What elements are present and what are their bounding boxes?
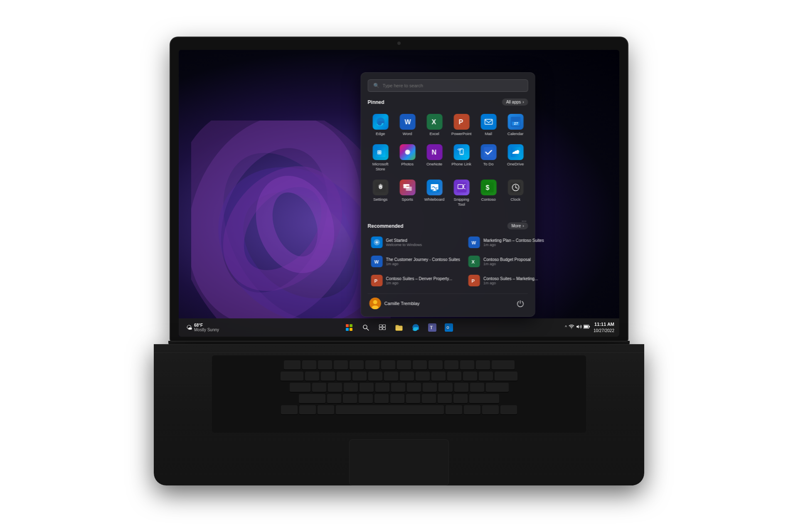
calendar-label: Calendar bbox=[507, 131, 524, 136]
start-button[interactable] bbox=[342, 320, 357, 335]
app-excel[interactable]: X Excel bbox=[422, 111, 447, 139]
svg-rect-66 bbox=[383, 325, 386, 327]
file-explorer-button[interactable] bbox=[392, 320, 406, 335]
clock-label: Clock bbox=[510, 197, 520, 202]
laptop: 🔍 Pinned All apps › bbox=[154, 37, 644, 495]
word-icon: W bbox=[399, 114, 415, 130]
journey-text: The Customer Journey - Contoso Suites 1m… bbox=[386, 257, 460, 266]
denver-time: 1m ago bbox=[386, 281, 460, 285]
task-view-button[interactable] bbox=[375, 320, 390, 335]
search-input[interactable] bbox=[383, 83, 523, 88]
app-settings[interactable]: Settings bbox=[368, 176, 393, 210]
app-calendar[interactable]: 27 Calendar bbox=[503, 111, 528, 139]
app-powerpoint[interactable]: P PowerPoint bbox=[449, 111, 474, 139]
svg-text:P: P bbox=[374, 278, 378, 283]
rec-item-denver[interactable]: P Contoso Suites – Denver Property... 1m… bbox=[368, 272, 463, 289]
phonelink-icon bbox=[453, 144, 469, 160]
svg-text:$: $ bbox=[485, 184, 489, 191]
app-phonelink[interactable]: Phone Link bbox=[449, 141, 474, 175]
search-bar[interactable]: 🔍 bbox=[368, 79, 528, 92]
clock-time: 11:11 AM bbox=[594, 321, 614, 328]
avatar bbox=[369, 298, 381, 309]
budget-text: Contoso Budget Proposal 1m ago bbox=[483, 257, 544, 266]
onedrive-label: OneDrive bbox=[507, 162, 524, 166]
all-apps-button[interactable]: All apps › bbox=[502, 99, 528, 106]
taskbar-center: T O bbox=[342, 320, 456, 335]
app-sports[interactable]: Sports bbox=[395, 176, 420, 210]
svg-rect-67 bbox=[379, 328, 382, 330]
teams-button[interactable]: T bbox=[425, 320, 440, 335]
more-button[interactable]: More › bbox=[507, 222, 528, 229]
svg-point-25 bbox=[461, 153, 462, 154]
marketing-text: Marketing Plan – Contoso Suites 1m ago bbox=[483, 238, 544, 247]
store-icon: ⊞ bbox=[372, 144, 388, 160]
mktg2-icon: P bbox=[468, 275, 480, 286]
onenote-label: OneNote bbox=[426, 162, 442, 166]
denver-title: Contoso Suites – Denver Property... bbox=[386, 276, 460, 281]
edge-label: Edge bbox=[376, 131, 385, 136]
app-word[interactable]: W Word bbox=[395, 111, 420, 139]
app-todo[interactable]: To Do bbox=[476, 141, 501, 175]
weather-widget[interactable]: 🌤 68°F Mostly Sunny bbox=[184, 322, 222, 333]
budget-title: Contoso Budget Proposal bbox=[483, 257, 544, 262]
weather-temp: 68°F bbox=[194, 323, 219, 328]
svg-point-42 bbox=[462, 186, 464, 187]
app-store[interactable]: ⊞ Microsoft Store bbox=[368, 141, 393, 175]
taskbar-right: ^ bbox=[565, 321, 614, 333]
contoso-icon: $ bbox=[480, 180, 496, 195]
app-onedrive[interactable]: OneDrive bbox=[503, 141, 528, 175]
app-edge[interactable]: Edge bbox=[368, 111, 393, 139]
app-photos[interactable]: Photos bbox=[395, 141, 420, 175]
recommended-title: Recommended bbox=[368, 223, 404, 229]
taskbar-left: 🌤 68°F Mostly Sunny bbox=[184, 322, 222, 333]
settings-label: Settings bbox=[373, 197, 387, 202]
app-clock[interactable]: Clock bbox=[503, 176, 528, 210]
rec-item-budget[interactable]: X Contoso Budget Proposal 1m ago bbox=[465, 253, 547, 270]
svg-text:W: W bbox=[374, 259, 379, 264]
svg-rect-37 bbox=[432, 190, 436, 191]
app-onenote[interactable]: N OneNote bbox=[422, 141, 447, 175]
tray-expand-icon[interactable]: ^ bbox=[565, 325, 567, 330]
user-bar: Camille Tremblay bbox=[368, 293, 528, 310]
rec-item-getstarted[interactable]: Get Started Welcome to Windows bbox=[368, 234, 463, 251]
svg-rect-32 bbox=[406, 187, 411, 191]
svg-text:O: O bbox=[446, 325, 449, 330]
settings-icon bbox=[372, 180, 388, 195]
app-contoso[interactable]: $ Contoso bbox=[476, 176, 501, 210]
journey-icon: W bbox=[371, 256, 383, 267]
svg-rect-35 bbox=[431, 184, 438, 190]
system-icons[interactable]: ^ bbox=[565, 324, 590, 331]
power-button[interactable] bbox=[514, 297, 527, 310]
clock-display[interactable]: 11:11 AM 10/27/2022 bbox=[594, 321, 614, 333]
battery-icon bbox=[584, 324, 590, 330]
touchpad[interactable] bbox=[349, 439, 449, 485]
rec-item-marketing[interactable]: W Marketing Plan – Contoso Suites 1m ago bbox=[465, 234, 547, 251]
marketing-time: 1m ago bbox=[483, 243, 544, 247]
taskbar-edge-button[interactable] bbox=[408, 320, 423, 335]
getstarted-subtitle: Welcome to Windows bbox=[386, 243, 460, 247]
app-snipping[interactable]: Snipping Tool bbox=[449, 176, 474, 210]
sports-label: Sports bbox=[401, 197, 413, 202]
rec-item-mktg2[interactable]: P Contoso Suites – Marketing... 1m ago bbox=[465, 272, 547, 289]
taskbar-search-button[interactable] bbox=[358, 320, 373, 335]
svg-rect-68 bbox=[383, 328, 386, 330]
search-icon: 🔍 bbox=[373, 83, 379, 89]
user-name: Camille Tremblay bbox=[384, 301, 420, 306]
recommended-header: Recommended More › bbox=[368, 222, 528, 229]
rec-item-journey[interactable]: W The Customer Journey - Contoso Suites … bbox=[368, 253, 463, 270]
screen-lid: 🔍 Pinned All apps › bbox=[170, 37, 628, 341]
mail-label: Mail bbox=[485, 131, 492, 136]
app-whiteboard[interactable]: Whiteboard bbox=[422, 176, 447, 210]
mktg2-title: Contoso Suites – Marketing... bbox=[483, 276, 544, 281]
svg-text:P: P bbox=[472, 278, 475, 283]
outlook-button[interactable]: O bbox=[441, 320, 456, 335]
svg-rect-78 bbox=[589, 326, 590, 328]
denver-text: Contoso Suites – Denver Property... 1m a… bbox=[386, 276, 460, 285]
taskbar: 🌤 68°F Mostly Sunny bbox=[179, 318, 619, 337]
snipping-icon bbox=[453, 180, 469, 195]
user-info[interactable]: Camille Tremblay bbox=[369, 298, 420, 309]
edge-icon bbox=[372, 114, 388, 130]
svg-text:27: 27 bbox=[514, 121, 518, 126]
app-mail[interactable]: Mail bbox=[476, 111, 501, 139]
journey-time: 1m ago bbox=[386, 262, 460, 266]
